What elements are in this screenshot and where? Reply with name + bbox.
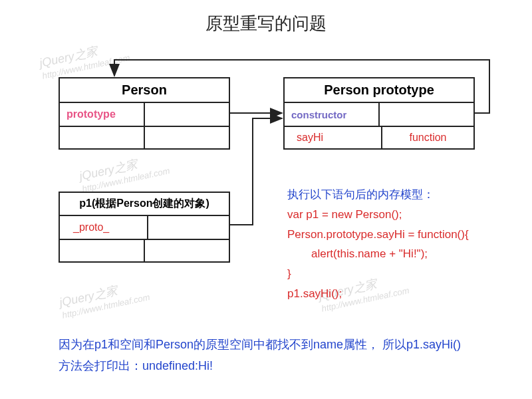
constructor-value bbox=[380, 103, 473, 126]
person-prototype-label: prototype bbox=[60, 103, 145, 126]
p1-box: p1(根据Person创建的对象) _proto_ bbox=[59, 192, 230, 263]
constructor-label: constructor bbox=[285, 103, 380, 126]
table-row: _proto_ bbox=[60, 216, 229, 239]
code-explanation: 执行以下语句后的内存模型： var p1 = new Person(); Per… bbox=[287, 185, 469, 304]
proto-label: _proto_ bbox=[60, 216, 148, 239]
diagram-title: 原型重写的问题 bbox=[0, 12, 532, 35]
watermark: jQuery之家 http://www.htmleaf.com bbox=[58, 277, 151, 321]
table-row bbox=[60, 126, 229, 148]
person-box: Person prototype bbox=[59, 77, 230, 150]
watermark: jQuery之家 http://www.htmleaf.com bbox=[38, 37, 131, 82]
footer-line: 方法会打印出：undefined:Hi! bbox=[59, 355, 461, 376]
empty-cell bbox=[145, 240, 229, 261]
table-row: constructor bbox=[285, 103, 473, 126]
footer-line: 因为在p1和空间和Person的原型空间中都找不到name属性， 所以p1.sa… bbox=[59, 334, 461, 355]
watermark-line1: jQuery之家 bbox=[38, 37, 128, 71]
watermark-line1: jQuery之家 bbox=[78, 150, 168, 184]
code-line: var p1 = new Person(); bbox=[287, 205, 469, 225]
empty-cell bbox=[60, 127, 145, 148]
code-line: } bbox=[287, 264, 469, 284]
p1-header: p1(根据Person创建的对象) bbox=[60, 193, 229, 216]
watermark: jQuery之家 http://www.htmleaf.com bbox=[78, 150, 171, 195]
person-prototype-value bbox=[145, 103, 229, 126]
person-header: Person bbox=[60, 78, 229, 103]
table-row bbox=[60, 239, 229, 261]
proto-value bbox=[148, 216, 229, 239]
empty-cell bbox=[145, 127, 229, 148]
person-prototype-header: Person prototype bbox=[285, 78, 473, 103]
code-line: alert(this.name + "Hi!"); bbox=[287, 244, 469, 264]
code-header: 执行以下语句后的内存模型： bbox=[287, 185, 469, 205]
code-line: p1.sayHi(); bbox=[287, 284, 469, 304]
table-row: sayHi function bbox=[285, 126, 473, 148]
code-line: Person.prototype.sayHi = function(){ bbox=[287, 225, 469, 245]
sayhi-value: function bbox=[382, 127, 473, 148]
table-row: prototype bbox=[60, 103, 229, 126]
watermark-line2: http://www.htmleaf.com bbox=[61, 292, 151, 321]
watermark-line1: jQuery之家 bbox=[58, 277, 148, 311]
sayhi-label: sayHi bbox=[285, 127, 382, 148]
person-prototype-box: Person prototype constructor sayHi funct… bbox=[283, 77, 475, 150]
empty-cell bbox=[60, 240, 145, 261]
footer-explanation: 因为在p1和空间和Person的原型空间中都找不到name属性， 所以p1.sa… bbox=[59, 334, 461, 377]
